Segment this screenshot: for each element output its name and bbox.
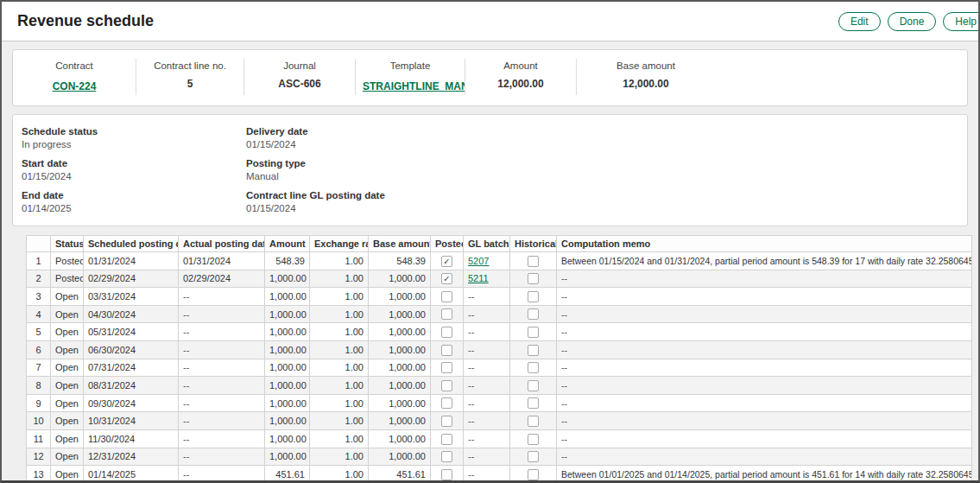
- delivery-date-label: Delivery date: [246, 126, 385, 137]
- actual-posting-date-cell: --: [179, 429, 265, 448]
- posted-checkbox[interactable]: [441, 451, 452, 462]
- summary-label-base-amount: Base amount: [584, 60, 708, 71]
- posted-checkbox[interactable]: [441, 416, 452, 427]
- summary-bar: Contract CON-224 Contract line no. 5 Jou…: [13, 50, 967, 105]
- computation-memo-cell: --: [557, 305, 972, 323]
- computation-memo-cell: --: [557, 429, 972, 448]
- summary-label-template: Template: [363, 60, 458, 71]
- historical-checkbox[interactable]: [528, 362, 539, 373]
- historical-checkbox[interactable]: [528, 291, 539, 302]
- edit-button[interactable]: Edit: [838, 12, 881, 31]
- header-row-number: [27, 236, 51, 252]
- posted-cell: [431, 252, 464, 270]
- scheduled-posting-date-cell: 07/31/2024: [84, 359, 179, 377]
- base-amount-cell: 1,000.00: [369, 448, 431, 466]
- amount-value: 12,000.00: [472, 78, 569, 90]
- scheduled-posting-date-cell: 09/30/2024: [84, 394, 179, 412]
- historical-cell: [510, 466, 557, 483]
- table-row: 12Open12/31/2024--1,000.001.001,000.00--…: [27, 448, 972, 466]
- field-end-date: End date 01/14/2025: [22, 190, 246, 213]
- status-cell: Open: [51, 448, 84, 466]
- posted-checkbox[interactable]: [441, 273, 452, 284]
- amount-cell: 1,000.00: [265, 340, 310, 359]
- header-posted: Posted: [431, 236, 464, 252]
- details-card: Schedule status In progress Start date 0…: [12, 114, 968, 226]
- historical-checkbox[interactable]: [528, 451, 539, 462]
- computation-memo-cell: --: [557, 394, 972, 412]
- historical-cell: [510, 323, 557, 341]
- posted-checkbox[interactable]: [441, 327, 452, 338]
- status-cell: Open: [51, 305, 84, 323]
- historical-cell: [510, 252, 557, 270]
- summary-label-journal: Journal: [251, 60, 348, 71]
- field-delivery-date: Delivery date 01/15/2024: [246, 126, 385, 149]
- summary-label-contract: Contract: [20, 60, 129, 71]
- gl-batch-cell: --: [464, 288, 510, 306]
- exchange-rate-cell: 1.00: [310, 288, 369, 306]
- header-status: Status: [51, 236, 84, 252]
- actual-posting-date-cell: 02/29/2024: [179, 270, 265, 288]
- gl-batch-link[interactable]: 5207: [468, 256, 489, 266]
- contract-line-no-value: 5: [143, 78, 237, 90]
- posted-checkbox[interactable]: [441, 434, 452, 445]
- base-amount-cell: 1,000.00: [369, 340, 431, 359]
- posted-checkbox[interactable]: [441, 291, 452, 302]
- exchange-rate-cell: 1.00: [310, 448, 369, 466]
- status-cell: Open: [51, 340, 84, 359]
- historical-checkbox[interactable]: [528, 308, 539, 320]
- row-number: 5: [27, 323, 51, 341]
- historical-checkbox[interactable]: [528, 345, 539, 356]
- posted-cell: [431, 323, 464, 341]
- table-row: 4Open04/30/2024--1,000.001.001,000.00---…: [27, 305, 972, 323]
- contract-line-gl-posting-date-label: Contract line GL posting date: [246, 190, 385, 200]
- historical-checkbox[interactable]: [528, 273, 539, 284]
- exchange-rate-cell: 1.00: [310, 340, 369, 359]
- status-cell: Open: [51, 466, 84, 483]
- page-title: Revenue schedule: [17, 12, 154, 30]
- historical-checkbox[interactable]: [528, 416, 539, 427]
- posted-checkbox[interactable]: [441, 469, 452, 480]
- summary-label-contract-line-no: Contract line no.: [143, 60, 237, 71]
- header-base-amount: Base amount: [369, 236, 431, 252]
- historical-checkbox[interactable]: [528, 380, 539, 391]
- historical-checkbox[interactable]: [528, 327, 539, 338]
- actual-posting-date-cell: --: [179, 377, 265, 395]
- summary-field-base-amount: Base amount 12,000.00: [577, 59, 715, 95]
- amount-cell: 1,000.00: [265, 394, 310, 412]
- posted-checkbox[interactable]: [441, 308, 452, 320]
- start-date-label: Start date: [22, 158, 246, 168]
- row-number: 7: [27, 359, 51, 377]
- contract-link[interactable]: CON-224: [53, 80, 97, 92]
- posting-type-label: Posting type: [246, 158, 385, 168]
- field-start-date: Start date 01/15/2024: [22, 158, 246, 181]
- scheduled-posting-date-cell: 11/30/2024: [84, 429, 179, 448]
- amount-cell: 1,000.00: [265, 359, 310, 377]
- help-button[interactable]: Help: [943, 12, 980, 31]
- posted-checkbox[interactable]: [441, 397, 452, 409]
- gl-batch-cell: --: [464, 466, 510, 483]
- posted-checkbox[interactable]: [441, 362, 452, 373]
- summary-field-journal: Journal ASC-606: [244, 59, 356, 95]
- base-amount-cell: 1,000.00: [369, 377, 431, 395]
- gl-batch-link[interactable]: 5211: [468, 273, 489, 283]
- posted-checkbox[interactable]: [441, 256, 452, 267]
- scheduled-posting-date-cell: 02/29/2024: [84, 270, 179, 288]
- exchange-rate-cell: 1.00: [310, 252, 369, 270]
- table-row: 9Open09/30/2024--1,000.001.001,000.00---…: [27, 394, 972, 412]
- template-link[interactable]: STRAIGHTLINE_MANUAL: [363, 80, 465, 92]
- gl-batch-cell: --: [464, 359, 510, 377]
- amount-cell: 1,000.00: [265, 323, 310, 341]
- amount-cell: 1,000.00: [265, 305, 310, 323]
- posted-cell: [431, 466, 464, 483]
- computation-memo-cell: --: [557, 323, 972, 341]
- done-button[interactable]: Done: [888, 12, 937, 31]
- actual-posting-date-cell: 01/31/2024: [179, 252, 265, 270]
- historical-checkbox[interactable]: [528, 469, 539, 480]
- posted-checkbox[interactable]: [441, 380, 452, 391]
- historical-checkbox[interactable]: [528, 397, 539, 409]
- table-row: 8Open08/31/2024--1,000.001.001,000.00---…: [27, 377, 972, 395]
- status-cell: Open: [51, 288, 84, 306]
- posted-checkbox[interactable]: [441, 345, 452, 356]
- historical-checkbox[interactable]: [528, 256, 539, 267]
- historical-checkbox[interactable]: [528, 434, 539, 445]
